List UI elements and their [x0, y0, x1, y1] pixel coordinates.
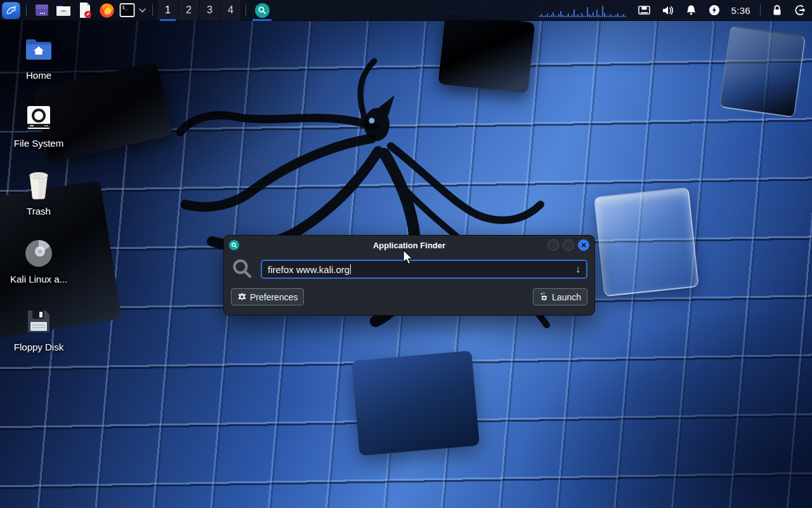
network-monitor-bar: [621, 15, 622, 17]
power-manager-icon: [709, 4, 720, 16]
network-monitor-bar: [625, 16, 626, 17]
active-window-indicator: [252, 19, 272, 21]
network-monitor-bar: [564, 16, 565, 17]
minimize-button[interactable]: [547, 239, 559, 251]
network-monitor-bar: [602, 6, 603, 17]
network-monitor-bar: [554, 15, 556, 17]
chevron-down-icon: [139, 8, 146, 13]
clock-text: 5:36: [726, 5, 756, 16]
workspace-number: 4: [228, 4, 233, 16]
network-icon: [638, 5, 650, 15]
search-input-text: firefox www.kali.org: [268, 264, 350, 275]
network-monitor-bar: [617, 13, 619, 17]
network-monitor-bar: [543, 16, 544, 17]
volume-button[interactable]: [656, 0, 679, 21]
launcher-file-manager[interactable]: [53, 0, 74, 21]
workspace-2-button[interactable]: 2: [179, 0, 199, 21]
clock[interactable]: 5:36: [726, 0, 756, 21]
launcher-terminal[interactable]: $_: [117, 0, 136, 21]
workspace-4-button[interactable]: 4: [221, 0, 240, 21]
network-monitor-bar: [539, 15, 540, 17]
firefox-icon: [99, 3, 115, 18]
workspace-1-button[interactable]: 1: [158, 0, 178, 21]
maximize-button[interactable]: [563, 239, 574, 251]
files-app-icon: [34, 3, 49, 18]
window-titlebar[interactable]: Application Finder ✕: [224, 236, 594, 255]
network-monitor-bar: [598, 15, 599, 17]
file-manager-icon: [55, 3, 72, 18]
network-monitor-bar: [585, 16, 586, 17]
desktop-icon-file-system[interactable]: File System: [8, 101, 69, 169]
launcher-firefox[interactable]: [96, 0, 117, 21]
desktop-icon-floppy-disk[interactable]: Floppy Disk: [8, 305, 69, 373]
lock-screen-button[interactable]: [765, 0, 789, 21]
workspace-number: 2: [186, 4, 192, 16]
bell-icon: [686, 4, 697, 16]
dropdown-arrow-icon[interactable]: ↓: [575, 264, 580, 275]
network-monitor-bar: [579, 16, 580, 17]
network-monitor-bar: [547, 13, 548, 17]
network-monitor-bar: [623, 14, 624, 17]
launch-button[interactable]: Launch: [533, 288, 587, 305]
hard-drive-icon: [26, 101, 51, 134]
network-monitor-bar: [596, 10, 598, 17]
application-finder-icon: [255, 3, 270, 18]
desktop-icon-kali-cd[interactable]: Kali Linux a...: [8, 237, 69, 305]
preferences-button[interactable]: Preferences: [231, 288, 304, 305]
network-monitor-bar: [570, 16, 571, 17]
network-monitor-graph: [539, 3, 626, 17]
close-button[interactable]: ✕: [578, 239, 589, 251]
panel-separator: [26, 4, 27, 16]
desktop-icon-label: Home: [26, 70, 51, 81]
launcher-text-editor[interactable]: [74, 0, 96, 21]
network-monitor-bar: [577, 14, 579, 17]
network-monitor-bar: [583, 15, 584, 17]
desktop-icon-label: Trash: [27, 206, 51, 217]
network-monitor-bar: [612, 15, 613, 17]
search-row: firefox www.kali.org ↓: [224, 255, 594, 280]
dialog-button-row: Preferences Launch: [224, 280, 594, 305]
system-tray: 5:36: [632, 0, 812, 21]
network-monitor-bar: [560, 11, 561, 17]
network-monitor-bar: [608, 16, 609, 17]
workspace-3-button[interactable]: 3: [200, 0, 219, 21]
network-monitor-bar: [568, 13, 569, 17]
network-monitor-bar: [551, 15, 552, 17]
notifications-button[interactable]: [679, 0, 703, 21]
network-monitor-bar: [556, 16, 558, 17]
workspace-number: 1: [165, 4, 171, 16]
taskbar-application-finder-button[interactable]: [251, 0, 273, 21]
search-input[interactable]: firefox www.kali.org ↓: [261, 260, 587, 279]
network-monitor-bar: [566, 15, 567, 17]
network-monitor-bar: [610, 14, 611, 17]
panel-separator: [760, 4, 761, 16]
desktop-icon-label: File System: [14, 138, 63, 149]
application-finder-window: Application Finder ✕ firefox www.kali.or…: [223, 235, 595, 316]
network-monitor-bar: [562, 15, 563, 17]
optical-disc-icon: [24, 237, 53, 270]
network-monitor-bar: [572, 15, 573, 17]
volume-icon: [662, 5, 674, 16]
logout-button[interactable]: [789, 0, 812, 21]
application-finder-icon: [229, 240, 239, 250]
power-manager-button[interactable]: [703, 0, 726, 21]
kali-logo-icon: [3, 3, 20, 18]
applications-menu-button[interactable]: [0, 0, 22, 21]
network-status-button[interactable]: [632, 0, 656, 21]
network-monitor-bar: [545, 15, 546, 17]
panel-separator: [152, 4, 153, 16]
home-folder-icon: [24, 33, 53, 66]
window-title: Application Finder: [224, 241, 594, 250]
terminal-dropdown-button[interactable]: [136, 0, 148, 21]
terminal-icon: $_: [119, 3, 135, 18]
search-icon: [231, 258, 254, 280]
text-editor-icon: [77, 2, 93, 18]
floppy-disk-icon: [25, 305, 52, 338]
desktop-icon-trash[interactable]: Trash: [8, 169, 69, 237]
desktop-icon-home[interactable]: Home: [8, 33, 69, 101]
network-monitor-bar: [587, 7, 588, 17]
network-monitor-bar: [600, 16, 601, 17]
run-gear-icon: [539, 292, 549, 302]
network-monitor-bar: [541, 14, 542, 17]
launcher-files-app[interactable]: [31, 0, 53, 21]
